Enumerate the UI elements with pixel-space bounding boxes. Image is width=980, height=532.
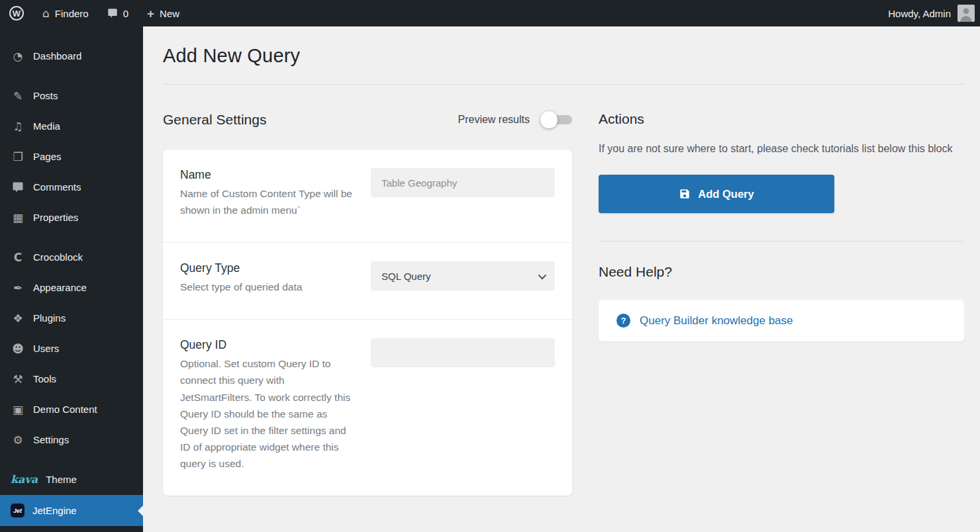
pages-icon: ❐ [11, 150, 25, 163]
admin-bar: W ⌂ Findero 0 + New Howdy, Admin [0, 0, 980, 26]
sidebar-item-crocoblock[interactable]: C Crocoblock [0, 242, 143, 273]
sidebar-item-label: Comments [33, 181, 81, 194]
plugin-icon: ❖ [11, 312, 25, 325]
actions-divider [599, 241, 964, 242]
actions-heading: Actions [599, 111, 964, 127]
chevron-down-icon [538, 271, 547, 279]
demo-content-icon: ▣ [11, 403, 25, 416]
toggle-knob [540, 111, 558, 128]
general-settings-card: Name Name of Custom Content Type will be… [163, 150, 572, 496]
sidebar-item-appearance[interactable]: ✒ Appearance [0, 273, 143, 303]
admin-bar-right: Howdy, Admin [888, 0, 980, 26]
users-icon: ☻ [11, 342, 25, 355]
comments-bubble-icon [12, 181, 24, 193]
sidebar-item-dashboard[interactable]: ◔ Dashboard [0, 41, 143, 71]
sidebar-item-label: Crocoblock [33, 251, 83, 264]
name-field-label: Name [180, 168, 352, 182]
media-icon: ♫ [11, 120, 25, 133]
query-id-field-description: Optional. Set custom Query ID to connect… [180, 355, 352, 472]
new-label: New [160, 8, 179, 19]
sidebar-item-label: Settings [33, 433, 69, 447]
home-icon: ⌂ [42, 7, 50, 20]
sidebar-item-jetengine[interactable]: Jet JetEngine [0, 495, 143, 526]
avatar[interactable] [957, 5, 975, 22]
jetengine-logo-icon: Jet [11, 504, 24, 517]
form-row-query-type: Query Type Select type of queried data S… [163, 243, 572, 320]
crocoblock-icon: C [11, 251, 25, 264]
sidebar-item-media[interactable]: ♫ Media [0, 111, 143, 142]
form-row-query-id: Query ID Optional. Set custom Query ID t… [163, 320, 572, 496]
sidebar-item-kava-theme[interactable]: kava Theme [0, 465, 143, 495]
menu-separator [0, 233, 143, 242]
sidebar-item-label: Posts [33, 89, 58, 103]
page-title: Add New Query [163, 45, 964, 67]
sidebar-item-comments[interactable]: Comments [0, 172, 143, 202]
sidebar-item-label: Media [33, 120, 60, 133]
sidebar-item-label: Plugins [33, 312, 66, 325]
query-id-input[interactable] [371, 338, 555, 367]
comments-shortcut[interactable]: 0 [98, 0, 138, 26]
preview-results-toggle[interactable] [540, 111, 572, 128]
sidebar-item-pages[interactable]: ❐ Pages [0, 142, 143, 172]
comments-count: 0 [123, 8, 128, 19]
name-input[interactable] [371, 168, 555, 197]
wordpress-menu[interactable]: W [0, 0, 33, 26]
query-type-select[interactable]: SQL Query [371, 261, 555, 290]
question-mark-icon: ? [616, 314, 630, 328]
wordpress-logo-icon: W [9, 6, 24, 21]
settings-gear-icon: ⚙ [11, 433, 25, 447]
sidebar-item-settings[interactable]: ⚙ Settings [0, 425, 143, 455]
menu-separator [0, 71, 143, 81]
sidebar-item-label: Appearance [33, 281, 87, 294]
general-settings-heading: General Settings [163, 112, 266, 128]
sidebar-item-label: Theme [46, 473, 77, 486]
query-id-field-label: Query ID [180, 338, 352, 352]
sidebar-item-label: Properties [33, 211, 78, 224]
sidebar-item-label: Tools [33, 373, 56, 386]
sidebar-item-users[interactable]: ☻ Users [0, 333, 143, 364]
sidebar-item-properties[interactable]: ▦ Properties [0, 202, 143, 233]
tools-icon: ⚒ [11, 373, 25, 386]
sidebar-item-label: Pages [33, 150, 62, 163]
name-field-description: Name of Custom Content Type will be show… [180, 185, 352, 218]
kava-logo-icon: kava [11, 474, 38, 485]
help-card[interactable]: ? Query Builder knowledge base [599, 300, 964, 341]
actions-column: Actions If you are not sure where to sta… [599, 111, 964, 496]
save-icon [679, 188, 691, 200]
menu-separator [0, 455, 143, 465]
query-type-field-description: Select type of queried data [180, 279, 352, 295]
sidebar-item-demo-content[interactable]: ▣ Demo Content [0, 394, 143, 425]
admin-bar-left: W ⌂ Findero 0 + New [0, 0, 189, 26]
add-query-button-label: Add Query [698, 188, 754, 200]
sidebar-item-posts[interactable]: ✎ Posts [0, 81, 143, 111]
sidebar-item-label: Demo Content [33, 403, 97, 416]
sidebar-item-tools[interactable]: ⚒ Tools [0, 364, 143, 394]
query-type-selected-value: SQL Query [381, 271, 430, 282]
general-settings-column: General Settings Preview results Name Na… [163, 111, 572, 496]
preview-results-control: Preview results [458, 111, 572, 128]
main-content: Add New Query General Settings Preview r… [143, 0, 980, 532]
brush-icon: ✒ [11, 281, 25, 294]
preview-results-label: Preview results [458, 114, 530, 126]
title-divider [163, 84, 964, 85]
knowledge-base-link[interactable]: Query Builder knowledge base [640, 314, 793, 328]
sidebar-item-label: Users [33, 342, 59, 355]
comment-bubble-icon [107, 8, 118, 19]
add-query-button[interactable]: Add Query [599, 175, 834, 213]
form-row-name: Name Name of Custom Content Type will be… [163, 150, 572, 243]
new-content-menu[interactable]: + New [138, 0, 189, 26]
sidebar-item-label: JetEngine [32, 504, 77, 517]
actions-hint: If you are not sure where to start, plea… [599, 140, 959, 157]
plus-icon: + [147, 7, 154, 20]
building-icon: ▦ [11, 211, 25, 224]
howdy-text[interactable]: Howdy, Admin [888, 8, 951, 19]
site-link[interactable]: ⌂ Findero [33, 0, 98, 26]
sidebar: ◔ Dashboard ✎ Posts ♫ Media ❐ Pages Comm… [0, 26, 143, 532]
sidebar-item-label: Dashboard [33, 50, 81, 63]
need-help-heading: Need Help? [599, 264, 964, 280]
pushpin-icon: ✎ [11, 89, 25, 103]
query-type-field-label: Query Type [180, 261, 352, 275]
site-name: Findero [55, 8, 89, 19]
dashboard-icon: ◔ [11, 50, 25, 63]
sidebar-item-plugins[interactable]: ❖ Plugins [0, 303, 143, 333]
